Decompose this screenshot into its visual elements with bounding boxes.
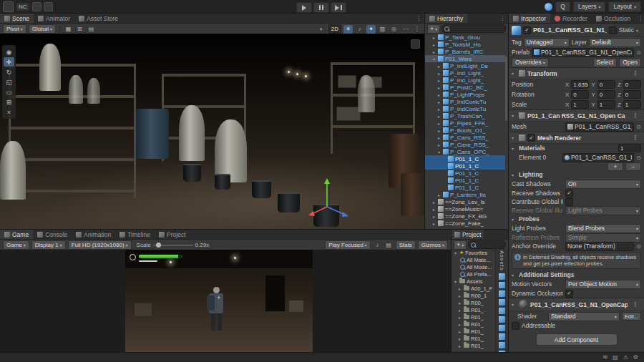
active-checkbox[interactable] xyxy=(523,26,531,34)
orientation-gizmo[interactable] xyxy=(411,39,420,49)
object-picker-icon[interactable] xyxy=(636,124,641,130)
tab-project-panel[interactable]: Project xyxy=(452,230,484,239)
static-caret-icon[interactable]: ▾ xyxy=(636,28,641,33)
tab-asset-store[interactable]: Asset Store xyxy=(74,14,122,23)
expand-arrow-icon[interactable]: ▸ xyxy=(436,99,441,104)
expand-arrow-icon[interactable]: ▸ xyxy=(436,107,441,112)
gizmos-menu-icon[interactable]: ⋯ xyxy=(401,25,410,34)
hierarchy-item[interactable]: ▸P_PostC_BC_ xyxy=(425,84,505,91)
pivot-dropdown[interactable]: Pivot xyxy=(3,24,26,34)
hierarchy-item[interactable]: ▸P_Boots_O1_ xyxy=(425,127,505,134)
prefab-field[interactable]: P01_1_CanRSS_G1_N1_OpenCap xyxy=(532,48,634,57)
expand-arrow-icon[interactable]: ▾ xyxy=(453,250,458,255)
hierarchy-scrollbar[interactable] xyxy=(505,57,507,121)
expand-arrow-icon[interactable]: ▸ xyxy=(431,42,436,47)
display-dropdown[interactable]: Display 1 xyxy=(31,240,66,250)
tab-inspector[interactable]: Inspector xyxy=(509,14,550,23)
position-x-field[interactable]: 1.6356 xyxy=(571,80,589,89)
pause-button[interactable] xyxy=(313,2,329,13)
mute-audio-icon[interactable]: ♪ xyxy=(373,241,382,250)
expand-arrow-icon[interactable]: ▸ xyxy=(431,214,436,219)
hierarchy-item[interactable]: ▸P_Cans_RSS_ xyxy=(425,134,505,141)
open-button[interactable]: Open xyxy=(619,58,641,67)
component-menu-icon[interactable]: ⋮ xyxy=(630,134,641,141)
scale-tool-icon[interactable]: ◱ xyxy=(4,77,14,87)
asset-prefab-icon[interactable] xyxy=(499,282,505,288)
select-button[interactable]: Select xyxy=(593,58,618,67)
tab-occlusion[interactable]: Occlusion xyxy=(592,14,635,23)
receive-gi-dropdown[interactable]: Light Probes xyxy=(565,206,641,215)
message-icon[interactable]: ✉ xyxy=(602,354,608,361)
collab-cloud-icon[interactable] xyxy=(545,3,552,11)
expand-arrow-icon[interactable]: ▸ xyxy=(436,85,441,90)
foldout-arrow-icon[interactable]: ▾ xyxy=(512,302,517,307)
component-menu-icon[interactable]: ⋮ xyxy=(630,301,641,308)
account-badge[interactable]: NC xyxy=(16,3,29,11)
rotation-x-field[interactable]: 0 xyxy=(571,90,589,99)
scale-z-field[interactable]: 1 xyxy=(623,100,641,109)
cast-shadows-dropdown[interactable]: On xyxy=(565,180,641,189)
transform-component-header[interactable]: ▾ Transform ⋮ xyxy=(509,67,644,79)
play-focused-dropdown[interactable]: Play Focused xyxy=(325,240,370,250)
panel-menu-icon[interactable]: ⋮ xyxy=(413,14,424,23)
component-menu-icon[interactable]: ⋮ xyxy=(630,70,641,77)
console-activity-icon[interactable]: ▤ xyxy=(613,354,618,361)
assets-root[interactable]: ▾Assets xyxy=(452,278,496,285)
position-y-field[interactable]: 0 xyxy=(597,80,615,89)
add-component-button[interactable]: Add Component xyxy=(536,333,618,346)
expand-arrow-icon[interactable]: ▾ xyxy=(431,57,436,62)
expand-arrow-icon[interactable]: ▸ xyxy=(436,78,441,83)
hierarchy-item[interactable]: ▸==Zone_Fake_ xyxy=(425,220,505,227)
project-search-input[interactable] xyxy=(468,240,506,249)
scene-audio-icon[interactable]: ♪ xyxy=(355,25,364,34)
warning-icon[interactable]: ⚠ xyxy=(623,354,628,361)
favorites-item[interactable]: All Mate... xyxy=(452,256,496,263)
asset-prefab-icon[interactable] xyxy=(499,308,505,314)
layout-dropdown[interactable]: Layout xyxy=(608,1,641,12)
project-folder[interactable]: ▸R01_ xyxy=(452,335,496,342)
foldout-arrow-icon[interactable]: ▾ xyxy=(512,217,517,222)
foldout-arrow-icon[interactable]: ▾ xyxy=(512,113,517,118)
expand-arrow-icon[interactable]: ▸ xyxy=(436,135,441,140)
tool-settings-icon[interactable]: ▤ xyxy=(87,25,96,34)
rotation-z-field[interactable]: 0 xyxy=(623,90,641,99)
expand-arrow-icon[interactable]: ▸ xyxy=(457,322,462,327)
project-folder[interactable]: ▸R01_ xyxy=(452,321,496,328)
object-picker-icon[interactable] xyxy=(636,155,641,161)
overrides-button[interactable]: Overrides xyxy=(512,58,549,67)
expand-arrow-icon[interactable]: ▾ xyxy=(453,279,458,284)
grid-snapping-icon[interactable]: ▦ xyxy=(64,25,73,34)
rotation-y-field[interactable]: 0 xyxy=(597,90,615,99)
dynamic-occlusion-checkbox[interactable] xyxy=(565,290,573,298)
vsync-icon[interactable]: ▤ xyxy=(384,241,394,250)
tab-game[interactable]: Game xyxy=(0,230,33,239)
layers-dropdown[interactable]: Layers xyxy=(573,1,606,12)
materials-count-field[interactable]: 1 xyxy=(618,144,641,152)
hierarchy-item[interactable]: ▸P_Ind_Light_ xyxy=(425,69,505,77)
mesh-filter-component-header[interactable]: ▾ P01_1_Can RSS_G1_N1_Open Ca ⋮ xyxy=(509,109,644,122)
hierarchy-item[interactable]: P01_1_C xyxy=(425,162,505,170)
panel-menu-icon[interactable]: ⋮ xyxy=(497,14,508,23)
scene-menu-icon[interactable]: ⋮ xyxy=(412,25,421,34)
position-z-field[interactable]: 0 xyxy=(623,80,641,89)
expand-arrow-icon[interactable]: ▸ xyxy=(431,200,436,205)
hierarchy-item[interactable]: ▸P_IndConicTu xyxy=(425,98,505,105)
hierarchy-item[interactable]: ▸P_Lantern_Ite xyxy=(425,191,505,198)
gizmos-dropdown[interactable]: Gizmos xyxy=(418,240,448,250)
transform-gizmo[interactable] xyxy=(303,177,355,221)
remove-material-button[interactable]: − xyxy=(625,162,641,171)
foldout-arrow-icon[interactable]: ▾ xyxy=(512,71,517,76)
resolution-dropdown[interactable]: Full HD (1920x1080) xyxy=(68,240,132,250)
hierarchy-item[interactable]: P01_1_C xyxy=(425,155,505,162)
hierarchy-item[interactable]: ▾P01_Ware xyxy=(425,55,505,62)
materials-foldout[interactable]: ▾ Materials 1 xyxy=(509,144,644,152)
shading-mode-icon[interactable]: ◐ xyxy=(317,25,326,34)
tab-recorder[interactable]: Recorder xyxy=(550,14,592,23)
step-button[interactable] xyxy=(331,2,346,13)
tab-animator[interactable]: Animator xyxy=(34,14,74,23)
rect-tool-icon[interactable]: ▭ xyxy=(4,87,14,97)
hierarchy-item[interactable]: ▸P_TrashCan_ xyxy=(425,112,505,119)
material-field[interactable]: P01_1_CanRSS_G1_N1_O xyxy=(562,153,634,162)
additional-settings-foldout[interactable]: ▾ Additional Settings xyxy=(509,270,644,279)
expand-arrow-icon[interactable]: ▸ xyxy=(436,142,441,147)
